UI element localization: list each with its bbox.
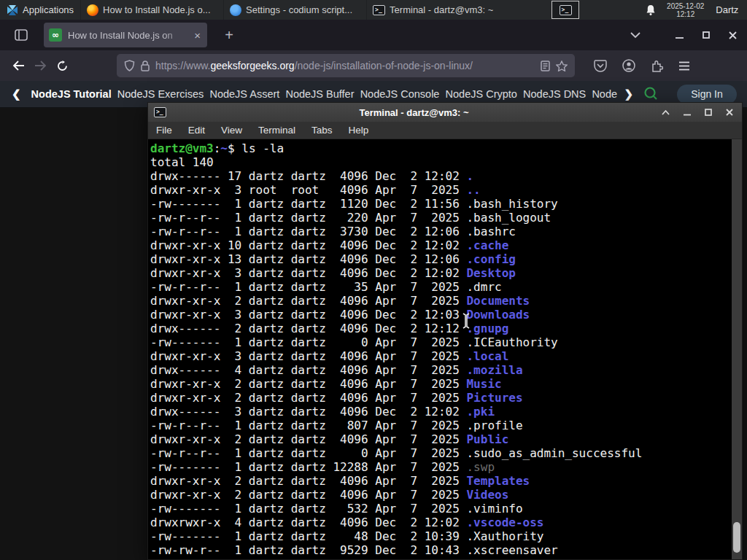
url-scheme: https://www. [155,60,210,71]
terminal-listing-row: drwxr-xr-x 2 dartz dartz 4096 Apr 7 2025… [150,294,732,308]
terminal-menu-help[interactable]: Help [341,125,377,136]
tray-terminal-launcher[interactable]: >_ [551,1,579,19]
search-icon[interactable] [643,86,658,103]
taskbar-item-firefox[interactable]: How to Install Node.js o... [80,0,223,20]
terminal-listing-row: drwxr-xr-x 3 dartz dartz 4096 Apr 7 2025… [150,349,732,363]
reload-icon[interactable] [51,55,73,77]
taskbar-item-vscodium[interactable]: Settings - codium script... [223,0,366,20]
terminal-listing-row: drwxrwxr-x 4 dartz dartz 4096 Dec 2 12:0… [150,516,732,529]
top-panel: Applications How to Install Node.js o...… [0,0,747,20]
vscodium-icon [230,4,241,16]
terminal-titlebar[interactable]: >_ Terminal - dartz@vm3: ~ [148,103,742,122]
terminal-listing-row: -rw------- 1 dartz dartz 48 Dec 2 10:39 … [150,529,732,543]
applications-menu-button[interactable]: Applications [0,0,80,20]
terminal-total-line: total 140 [150,155,732,169]
clock-date: 2025-12-02 [667,2,704,10]
terminal-listing-row: -rw------- 1 dartz dartz 0 Apr 7 2025 .I… [150,335,732,349]
clock-time: 12:12 [667,10,704,18]
terminal-listing-row: drwxr-xr-x 3 dartz dartz 4096 Dec 2 12:0… [150,308,732,322]
applications-label: Applications [23,4,74,15]
navigation-toolbar: https://www.geeksforgeeks.org/node-js/in… [0,50,747,81]
tab-bar: ∞ How to Install Node.js on × + [0,20,747,50]
terminal-listing-row: drwxr-xr-x 13 dartz dartz 4096 Dec 2 12:… [150,252,732,266]
terminal-menu-terminal[interactable]: Terminal [250,125,303,136]
subnav-link[interactable]: NodeJS Exercises [117,88,204,100]
subnav-link[interactable]: NodeJS Console [360,88,440,100]
terminal-output[interactable]: dartz@vm3:~$ ls -latotal 140drwx------ 1… [148,139,732,559]
reader-view-icon[interactable] [541,61,550,71]
url-bar[interactable]: https://www.geeksforgeeks.org/node-js/in… [117,54,575,77]
tracking-shield-icon[interactable] [124,60,135,71]
extensions-icon[interactable] [651,60,663,72]
terminal-title: Terminal - dartz@vm3: ~ [166,107,662,118]
terminal-listing-row: -rw------- 1 dartz dartz 1120 Dec 2 11:5… [150,197,732,211]
terminal-scrollbar[interactable] [732,139,742,559]
minimize-icon[interactable] [684,109,691,116]
terminal-window: >_ Terminal - dartz@vm3: ~ FileEditViewT… [147,102,743,560]
tab-title: How to Install Node.js on [68,30,187,41]
terminal-listing-row: drwxr-xr-x 10 dartz dartz 4096 Dec 2 12:… [150,238,732,252]
panel-clock[interactable]: 2025-12-02 12:12 [667,2,704,18]
terminal-listing-row: drwxr-xr-x 2 dartz dartz 4096 Apr 7 2025… [150,432,732,446]
subnav-link[interactable]: NodeJS Assert [209,88,279,100]
applications-icon [7,4,18,16]
desktop: Applications How to Install Node.js o...… [0,0,747,560]
terminal-listing-row: drwx------ 3 dartz dartz 4096 Dec 2 12:0… [150,405,732,419]
subnav-link[interactable]: NodeJS Buffer [285,88,354,100]
pocket-icon[interactable] [594,60,607,72]
sign-in-button[interactable]: Sign In [677,85,737,104]
terminal-listing-row: drwxr-xr-x 2 dartz dartz 4096 Apr 7 2025… [150,377,732,391]
window-maximize-button[interactable] [703,31,710,39]
hamburger-menu-icon[interactable] [678,61,690,71]
scrollbar-thumb[interactable] [733,522,740,553]
terminal-menu-tabs[interactable]: Tabs [303,125,341,136]
maximize-icon[interactable] [705,109,712,116]
mouse-cursor-ibeam [461,312,471,330]
firefox-view-icon[interactable] [10,24,32,46]
terminal-menu-file[interactable]: File [148,125,180,136]
terminal-listing-row: drwxr-xr-x 3 dartz dartz 4096 Dec 2 12:0… [150,266,732,280]
terminal-icon: >_ [373,5,385,15]
terminal-listing-row: drwxr-xr-x 3 root root 4096 Apr 7 2025 .… [150,183,732,197]
taskbar-item-terminal[interactable]: >_ Terminal - dartz@vm3: ~ [366,0,509,20]
terminal-listing-row: drwxr-xr-x 2 dartz dartz 4096 Apr 7 2025… [150,488,732,502]
close-icon[interactable] [726,109,733,116]
scroll-left-icon[interactable]: ❮ [12,88,21,101]
subnav-link[interactable]: NodeJS DNS [523,88,586,100]
forward-icon[interactable] [29,55,51,77]
terminal-listing-row: drwxr-xr-x 2 dartz dartz 4096 Apr 7 2025… [150,474,732,488]
window-close-button[interactable] [729,31,737,39]
list-all-tabs-icon[interactable] [630,32,640,39]
notifications-bell-icon[interactable] [645,4,657,16]
terminal-icon: >_ [154,107,166,117]
terminal-listing-row: -rw-r--r-- 1 dartz dartz 807 Apr 7 2025 … [150,419,732,432]
lock-icon[interactable] [141,61,150,71]
terminal-icon: >_ [560,5,572,15]
terminal-menu-view[interactable]: View [213,125,250,136]
shade-icon[interactable] [662,110,670,115]
subnav-link[interactable]: NodeJS Tutorial [31,88,112,100]
subnav-link[interactable]: NodeJS Crypto [446,88,517,100]
back-icon[interactable] [7,55,29,77]
scroll-right-icon[interactable]: ❯ [624,88,633,101]
url-path: /node-js/installation-of-node-js-on-linu… [295,60,473,71]
new-tab-button[interactable]: + [219,27,239,44]
firefox-icon [87,4,98,16]
subnav-link[interactable]: Node [592,88,622,100]
window-minimize-button[interactable] [676,31,684,39]
subnav-links: NodeJS TutorialNodeJS ExercisesNodeJS As… [31,88,623,100]
terminal-listing-row: drwx------ 2 dartz dartz 4096 Dec 2 12:1… [150,322,732,335]
terminal-listing-row: -rw-r--r-- 1 dartz dartz 0 Apr 7 2025 .s… [150,446,732,460]
terminal-listing-row: drwxr-xr-x 2 dartz dartz 4096 Apr 7 2025… [150,391,732,405]
terminal-listing-row: -rw-r--r-- 1 dartz dartz 3730 Dec 2 12:0… [150,225,732,238]
terminal-menubar: FileEditViewTerminalTabsHelp [148,122,742,139]
terminal-menu-edit[interactable]: Edit [180,125,213,136]
geeksforgeeks-favicon: ∞ [49,28,62,42]
browser-tab[interactable]: ∞ How to Install Node.js on × [44,23,207,47]
tab-close-icon[interactable]: × [193,29,202,42]
terminal-listing-row: drwx------ 17 dartz dartz 4096 Dec 2 12:… [150,169,732,183]
user-label: Dartz [716,4,738,15]
terminal-listing-row: -rw-r--r-- 1 dartz dartz 220 Apr 7 2025 … [150,211,732,225]
account-icon[interactable] [622,59,635,72]
bookmark-star-icon[interactable] [556,61,568,71]
